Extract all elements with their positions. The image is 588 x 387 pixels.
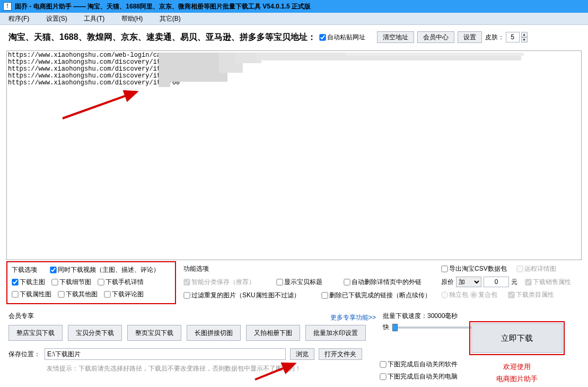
long-img-button[interactable]: 长图拼接切图	[187, 325, 241, 341]
download-main-checkbox[interactable]: 下载主图	[12, 278, 45, 287]
download-now-button[interactable]: 立即下载	[471, 323, 563, 353]
more-member-link[interactable]: 更多专享功能>>	[330, 313, 376, 322]
censored-block	[198, 53, 219, 71]
download-now-group: 立即下载	[469, 321, 565, 355]
speed-title: 批量下载速度：30000毫秒	[383, 312, 582, 321]
close-soft-checkbox[interactable]: 下图完成后自动关闭软件	[380, 360, 458, 369]
annotation-arrow-icon	[60, 89, 145, 121]
member-group: 会员专享 整店宝贝下载 宝贝分类下载 整页宝贝下载 长图拼接切图 又拍相册下图 …	[8, 312, 380, 341]
skin-control: 皮肤： ▲ ▼	[485, 32, 528, 42]
title-bar: ! 固乔 - 电商图片助手 —— 淘宝、天猫、1688阿里、京东、微商相册等图片…	[0, 0, 588, 13]
download-video-checkbox[interactable]: 同时下载视频（主图、描述、评论）	[50, 265, 160, 274]
skin-up[interactable]: ▲	[521, 32, 528, 37]
csv-options-group: 导出淘宝CSV数据包 远程详情图 原价 加 元 下载销售属性 独立包 复合包 下…	[440, 261, 573, 303]
download-comment-checkbox[interactable]: 下载评论图	[104, 290, 144, 299]
remote-detail-checkbox: 远程详情图	[516, 264, 556, 273]
skin-down[interactable]: ▼	[521, 37, 528, 42]
download-mobile-checkbox[interactable]: 下载手机详情	[98, 278, 144, 287]
window-title: 固乔 - 电商图片助手 —— 淘宝、天猫、1688阿里、京东、微商相册等图片批量…	[15, 0, 311, 13]
url-textarea[interactable]: https://www.xiaohongshu.com/web-login/ca…	[6, 50, 582, 260]
album-button[interactable]: 又拍相册下图	[246, 325, 300, 341]
browse-button[interactable]: 浏览	[290, 348, 314, 360]
export-csv-checkbox[interactable]: 导出淘宝CSV数据包	[441, 264, 507, 273]
dl-sale-attr-checkbox: 下载销售属性	[525, 278, 571, 287]
member-center-button[interactable]: 会员中心	[417, 31, 454, 43]
clear-address-button[interactable]: 清空地址	[377, 31, 414, 43]
pack-compound-radio: 复合包	[470, 290, 497, 299]
del-done-checkbox[interactable]: 删除已下载完成的链接（断点续传）	[321, 291, 431, 300]
menu-help[interactable]: 帮助(H)	[121, 13, 143, 25]
by-cat-button[interactable]: 宝贝分类下载	[68, 325, 122, 341]
censored-block	[346, 53, 524, 56]
smart-save-checkbox: 智能分类保存（推荐）	[183, 278, 255, 287]
filter-dup-checkbox[interactable]: 过滤重复的图片（SKU属性图不过滤）	[183, 291, 300, 300]
save-path-input[interactable]	[45, 348, 286, 360]
platforms-label: 淘宝、天猫、1688、敦煌网、京东、速卖通、易贝、亚马逊、拼多多等宝贝地址：	[8, 32, 316, 43]
shop-all-button[interactable]: 整店宝贝下载	[8, 325, 63, 341]
page-all-button[interactable]: 整页宝贝下载	[127, 325, 181, 341]
header-row: 淘宝、天猫、1688、敦煌网、京东、速卖通、易贝、亚马逊、拼多多等宝贝地址： 自…	[0, 25, 588, 46]
download-options-group: 下载选项 同时下载视频（主图、描述、评论） 下载主图 下载细节图 下载手机详情 …	[6, 261, 176, 304]
batch-wm-button[interactable]: 批量加水印设置	[305, 325, 366, 341]
download-detail-checkbox[interactable]: 下载细节图	[51, 278, 91, 287]
pack-single-radio: 独立包	[441, 290, 468, 299]
menu-program[interactable]: 程序(F)	[8, 13, 29, 25]
download-options-title: 下载选项	[12, 265, 37, 274]
menu-other[interactable]: 其它(B)	[160, 13, 181, 25]
menu-tools[interactable]: 工具(T)	[84, 13, 104, 25]
welcome-footer: 欢迎使用 电商图片助手	[469, 360, 565, 373]
download-attr-checkbox[interactable]: 下载属性图	[12, 290, 51, 299]
menu-bar: 程序(F) 设置(S) 工具(T) 帮助(H) 其它(B)	[0, 13, 588, 25]
show-title-checkbox[interactable]: 显示宝贝标题	[276, 278, 322, 287]
close-pc-checkbox[interactable]: 下图完成后自动关闭电脑	[380, 372, 458, 373]
member-title: 会员专享	[8, 312, 380, 321]
menu-settings[interactable]: 设置(S)	[46, 13, 67, 25]
settings-button[interactable]: 设置	[458, 31, 482, 43]
function-options-group: 功能选项 智能分类保存（推荐） 显示宝贝标题 自动删除详情页中的外链 过滤重复的…	[178, 261, 438, 308]
download-other-checkbox[interactable]: 下载其他图	[58, 290, 98, 299]
auto-paste-checkbox[interactable]: 自动粘贴网址	[319, 33, 365, 42]
after-download-group: 下图完成后自动关闭软件 下图完成后自动关闭电脑	[380, 360, 458, 373]
price-op-select[interactable]: 加	[456, 277, 481, 287]
auto-del-ext-checkbox[interactable]: 自动删除详情页中的外链	[344, 278, 422, 287]
function-options-title: 功能选项	[183, 264, 436, 273]
slider-thumb[interactable]	[392, 324, 398, 331]
price-value-input[interactable]	[484, 277, 509, 287]
app-icon: !	[3, 2, 12, 11]
dl-cat-attr-checkbox: 下载类目属性	[508, 290, 554, 299]
skin-input[interactable]	[506, 32, 520, 42]
open-folder-button[interactable]: 打开文件夹	[319, 348, 362, 360]
